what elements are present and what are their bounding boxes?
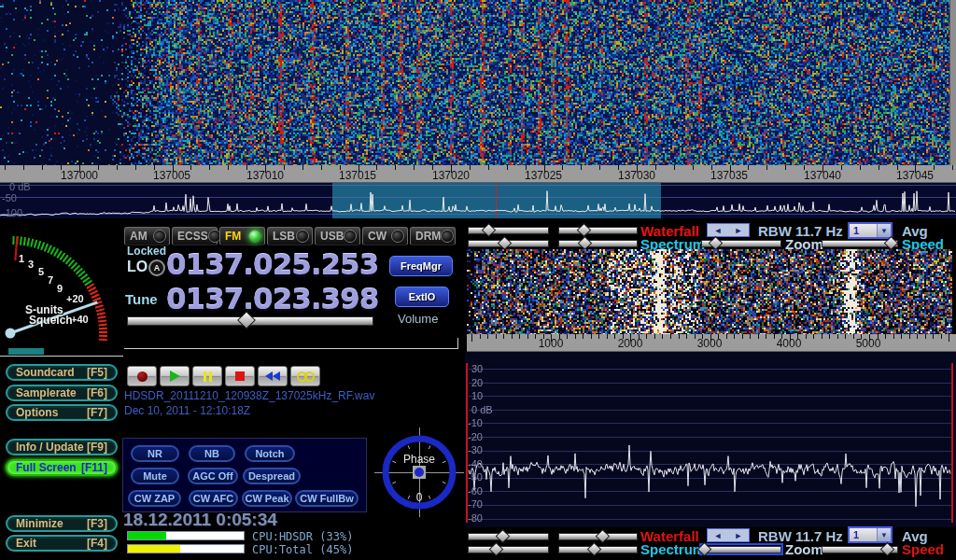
button-label: Mute <box>143 470 167 482</box>
mode-button-fm[interactable]: FM <box>219 227 265 245</box>
dropdown-arrow-icon[interactable]: ▼ <box>877 528 891 541</box>
cw-fullbw-button[interactable]: CW FullBw <box>295 490 358 507</box>
main-spectrum-display[interactable] <box>0 183 956 218</box>
speed-slider-2[interactable] <box>822 545 898 553</box>
stop-icon <box>235 371 245 381</box>
button-label: Options <box>16 406 58 419</box>
spectrum-upper-slider[interactable] <box>468 239 549 247</box>
pause-button[interactable] <box>192 366 222 386</box>
mode-button-cw[interactable]: CW <box>362 227 408 245</box>
mode-label: DRM <box>415 230 441 243</box>
recording-timestamp: Dec 10, 2011 - 12:10:18Z <box>124 404 250 417</box>
loop-button[interactable] <box>290 366 320 386</box>
groupbox-border <box>124 338 458 349</box>
speed-label-2[interactable]: Speed <box>902 541 944 557</box>
db-label: -100 <box>2 207 22 218</box>
brightness-slider[interactable] <box>558 226 638 234</box>
button-hotkey: [F6] <box>87 386 107 399</box>
contrast-slider-2[interactable] <box>468 532 549 540</box>
options-button[interactable]: Options[F7] <box>6 404 118 421</box>
s-meter-tick-label: +20 <box>66 293 84 304</box>
s-meter-tick-label: 9 <box>57 283 63 294</box>
mode-button-usb[interactable]: USB <box>315 227 360 245</box>
local-datetime: 18.12.2011 0:05:34 <box>123 510 277 530</box>
samplerate-button[interactable]: Samplerate[F6] <box>6 385 118 401</box>
cw-peak-button[interactable]: CW Peak <box>242 490 292 507</box>
spectrum-lower-slider-2[interactable] <box>558 545 638 553</box>
nr-button[interactable]: NR <box>131 445 179 462</box>
info-update-button[interactable]: Info / Update[F9] <box>6 439 118 455</box>
af-tick-label: 1000 <box>539 337 564 350</box>
brightness-slider-2[interactable] <box>558 532 638 540</box>
main-waterfall-display[interactable] <box>0 0 949 165</box>
mode-button-drm[interactable]: DRM <box>410 227 456 245</box>
tune-label[interactable]: Tune <box>125 291 158 307</box>
af-spectrum-display[interactable] <box>465 352 956 527</box>
freq-tick-label: 137025 <box>525 169 562 182</box>
nb-button[interactable]: NB <box>189 445 235 462</box>
cpu-hdsdr-fill <box>128 532 166 539</box>
zoom-slider[interactable] <box>701 239 781 247</box>
play-button[interactable] <box>160 366 190 386</box>
rewind-button[interactable] <box>258 366 288 386</box>
record-button[interactable] <box>127 366 157 386</box>
squelch-label[interactable]: Squelch <box>29 314 73 327</box>
freq-tick-label: 137000 <box>61 169 98 182</box>
contrast-slider[interactable] <box>468 226 549 234</box>
spectrum-label-2[interactable]: Spectrum <box>640 541 705 557</box>
lo-label[interactable]: LO <box>127 259 148 275</box>
avg-dropdown-2[interactable]: 1 ▼ <box>848 526 893 543</box>
dropdown-arrow-icon[interactable]: ▼ <box>877 224 891 237</box>
button-label: Soundcard <box>16 366 75 379</box>
cw-afc-button[interactable]: CW AFC <box>189 490 238 507</box>
pause-icon <box>202 371 213 382</box>
button-label: AGC Off <box>192 470 232 482</box>
button-label: Minimize <box>16 517 63 530</box>
mode-button-ecss[interactable]: ECSS <box>172 227 218 245</box>
fullscreen-button[interactable]: Full Screen[F11] <box>6 459 118 476</box>
mode-label: LSB <box>273 230 295 243</box>
arrow-right-icon[interactable]: ► <box>728 529 749 541</box>
avg-dropdown[interactable]: 1 ▼ <box>848 222 893 239</box>
agc-off-button[interactable]: AGC Off <box>188 468 238 484</box>
cpu-total-bar <box>127 544 245 553</box>
mute-button[interactable]: Mute <box>131 468 179 484</box>
freq-tick-label: 137005 <box>153 169 190 182</box>
freqmgr-button[interactable]: FreqMgr <box>389 256 453 276</box>
af-tick-label: 2000 <box>618 337 643 350</box>
extio-button[interactable]: ExtIO <box>395 287 449 307</box>
spectrum-lower-slider[interactable] <box>558 239 638 247</box>
divider <box>0 356 123 357</box>
minimize-button[interactable]: Minimize[F3] <box>6 515 118 532</box>
arrow-right-icon[interactable]: ► <box>728 224 749 236</box>
notch-button[interactable]: Notch <box>245 445 295 462</box>
tune-frequency-display[interactable]: 0137.023.398 <box>166 282 378 315</box>
rbw-spinner[interactable]: ◄ ► <box>707 223 750 237</box>
af-tick-label: 5000 <box>856 337 881 350</box>
cw-zap-button[interactable]: CW ZAP <box>128 490 181 507</box>
auto-lock-badge[interactable]: A <box>148 259 165 276</box>
stop-button[interactable] <box>225 366 255 386</box>
lo-frequency-display[interactable]: 0137.025.253 <box>166 247 378 281</box>
arrow-left-icon[interactable]: ◄ <box>708 224 728 236</box>
mode-button-am[interactable]: AM <box>124 227 170 245</box>
soundcard-button[interactable]: Soundcard[F5] <box>6 364 118 381</box>
zoom-slider-2[interactable] <box>701 545 781 553</box>
button-label: CW Peak <box>245 493 288 504</box>
spectrum-upper-slider-2[interactable] <box>468 545 549 553</box>
mode-button-lsb[interactable]: LSB <box>267 227 313 245</box>
freq-tick-label: 137020 <box>432 169 470 182</box>
despread-button[interactable]: Despread <box>243 468 301 484</box>
button-label: Notch <box>255 448 284 459</box>
squelch-level-bar[interactable] <box>8 348 44 355</box>
arrow-left-icon[interactable]: ◄ <box>708 529 728 541</box>
af-db-label: -50 <box>468 471 483 483</box>
mode-label: USB <box>320 230 344 243</box>
exit-button[interactable]: Exit[F4] <box>6 535 118 552</box>
freq-tick-label: 137010 <box>246 169 284 182</box>
speed-slider[interactable] <box>822 239 898 247</box>
af-waterfall-display[interactable] <box>467 249 952 334</box>
volume-slider[interactable] <box>127 315 373 327</box>
af-db-label: -60 <box>468 485 483 497</box>
rbw-spinner-2[interactable]: ◄ ► <box>707 528 750 542</box>
